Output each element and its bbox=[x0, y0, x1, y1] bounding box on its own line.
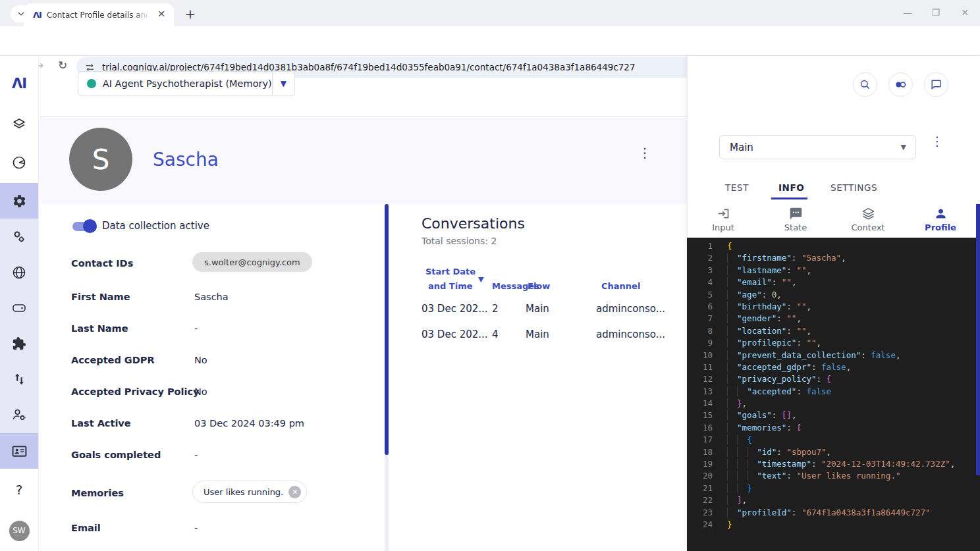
sidebar-item-help[interactable]: ? bbox=[0, 472, 38, 508]
editor-line: 13 "accepted": false bbox=[687, 386, 980, 398]
memory-chip[interactable]: User likes running. ✕ bbox=[192, 481, 307, 503]
tab-close-icon[interactable]: ✕ bbox=[155, 9, 167, 21]
flow-selector[interactable]: Main ▼ bbox=[719, 135, 916, 159]
input-icon bbox=[697, 206, 749, 221]
editor-line: 20 "text": "User likes running." bbox=[687, 470, 980, 482]
conversations-title: Conversations bbox=[422, 215, 525, 232]
tab-test[interactable]: TEST bbox=[725, 182, 749, 193]
tag-icon bbox=[11, 300, 27, 316]
sidebar-item-transfer[interactable] bbox=[0, 361, 38, 397]
editor-line: 14 }, bbox=[687, 398, 980, 409]
toggle-circles-icon bbox=[894, 78, 908, 92]
contact-card-icon bbox=[11, 443, 28, 459]
editor-line: 12 "privacy_policy": { bbox=[687, 373, 980, 385]
sidebar-logo[interactable]: ΛI bbox=[0, 66, 38, 101]
editor-line: 18 "id": "sbpou7", bbox=[687, 446, 980, 458]
editor-line: 10 "prevent_data_collection": false, bbox=[687, 350, 980, 361]
data-collection-toggle[interactable] bbox=[72, 220, 97, 232]
window-restore-button[interactable]: ❐ bbox=[929, 7, 942, 18]
globe-icon bbox=[11, 265, 27, 280]
agent-selector-label: AI Agent Psychotherapist (Memory) bbox=[103, 78, 272, 89]
sidebar-item-extensions[interactable] bbox=[0, 326, 38, 361]
editor-line: 19 "timestamp": "2024-12-03T14:49:42.732… bbox=[687, 458, 980, 470]
sidebar-item-tags[interactable] bbox=[0, 290, 38, 326]
context-layers-icon bbox=[842, 206, 894, 221]
editor-line: 21 } bbox=[687, 483, 980, 494]
conversations-panel: Conversations Total sessions: 2 Start Da… bbox=[389, 204, 687, 551]
tab-info[interactable]: INFO bbox=[778, 182, 804, 193]
editor-line: 24} bbox=[687, 519, 980, 531]
sidebar-item-resources[interactable] bbox=[0, 219, 38, 255]
editor-line: 16 "memories": [ bbox=[687, 422, 980, 434]
contact-details-panel: Data collection active Contact IDs s.wol… bbox=[40, 204, 385, 551]
panel-menu-icon[interactable]: ⋮ bbox=[931, 138, 944, 144]
contact-name: Sascha bbox=[153, 149, 219, 171]
editor-line: 1{ bbox=[687, 240, 980, 252]
user-gear-icon bbox=[11, 407, 27, 423]
editor-line: 9 "profilepic": "", bbox=[687, 337, 980, 349]
profile-json-editor[interactable]: 1{2 "firstname": "Sascha",3 "lastname": … bbox=[687, 238, 980, 551]
search-icon bbox=[859, 78, 871, 91]
gauge-icon bbox=[11, 155, 27, 171]
column-flow[interactable]: Flow bbox=[528, 281, 550, 291]
gear-icon bbox=[12, 194, 27, 209]
new-tab-button[interactable]: + bbox=[182, 6, 199, 23]
contact-menu-icon[interactable]: ⋮ bbox=[638, 149, 652, 157]
sidebar-item-insights[interactable] bbox=[0, 145, 38, 180]
editor-line: 22 ], bbox=[687, 494, 980, 506]
window-close-button[interactable]: ✕ bbox=[958, 7, 971, 18]
state-icon bbox=[769, 206, 822, 221]
app-window: ΛI Contact Profile details and Con ✕ + —… bbox=[0, 0, 980, 551]
contact-id-chip[interactable]: s.wolter@cognigy.com bbox=[192, 252, 312, 272]
editor-line: 7 "gender": "", bbox=[687, 313, 980, 325]
editor-line: 6 "birthday": "", bbox=[687, 301, 980, 313]
search-button[interactable] bbox=[853, 72, 877, 97]
tab-settings[interactable]: SETTINGS bbox=[830, 182, 877, 193]
sidebar-item-agents[interactable] bbox=[0, 106, 38, 142]
column-start-date-line1[interactable]: Start Date bbox=[425, 267, 476, 276]
browser-toolbar: ← → ↻ trial.cognigy.ai/project/674f19bed… bbox=[0, 26, 980, 56]
tab-title: Contact Profile details and Con bbox=[47, 11, 150, 20]
app-sidebar: ΛI ? SW bbox=[0, 56, 39, 551]
column-channel[interactable]: Channel bbox=[601, 281, 640, 291]
puzzle-icon bbox=[12, 336, 26, 351]
editor-line: 11 "accepted_gdpr": false, bbox=[687, 361, 980, 373]
window-minimize-button[interactable]: — bbox=[901, 7, 914, 18]
double-gear-icon bbox=[11, 229, 27, 245]
cognigy-favicon-icon: ΛI bbox=[33, 10, 41, 20]
editor-line: 2 "firstname": "Sascha", bbox=[687, 252, 980, 264]
reload-button[interactable]: ↻ bbox=[54, 59, 71, 72]
editor-line: 15 "goals": [], bbox=[687, 409, 980, 421]
subtab-state[interactable]: State bbox=[769, 206, 822, 232]
editor-line: 5 "age": 0, bbox=[687, 289, 980, 301]
sidebar-item-contacts[interactable] bbox=[0, 433, 38, 469]
chat-button[interactable] bbox=[924, 72, 948, 97]
flow-selector-caret-icon: ▼ bbox=[901, 143, 906, 151]
panel-scrollbar-thumb[interactable] bbox=[976, 204, 980, 475]
conversations-subtitle: Total sessions: 2 bbox=[422, 236, 497, 246]
memory-chip-remove-icon[interactable]: ✕ bbox=[288, 486, 301, 498]
sidebar-item-user-management[interactable] bbox=[0, 397, 38, 433]
agent-selector-caret-icon[interactable]: ▼ bbox=[273, 79, 294, 88]
profile-person-icon bbox=[914, 206, 967, 221]
column-start-date-line2[interactable]: and Time bbox=[428, 281, 473, 291]
agent-selector[interactable]: AI Agent Psychotherapist (Memory) ▼ bbox=[78, 71, 295, 96]
subtab-input[interactable]: Input bbox=[697, 206, 749, 232]
agent-status-dot bbox=[87, 79, 96, 88]
sidebar-item-deploy[interactable] bbox=[0, 255, 38, 290]
editor-line: 3 "lastname": "", bbox=[687, 265, 980, 276]
sort-descending-icon[interactable]: ▼ bbox=[478, 275, 483, 284]
flow-selector-label: Main bbox=[730, 142, 901, 153]
sidebar-user-avatar[interactable]: SW bbox=[0, 513, 38, 548]
toggle-view-button[interactable] bbox=[888, 72, 913, 97]
editor-line: 8 "location": "", bbox=[687, 325, 980, 337]
browser-tab[interactable]: ΛI Contact Profile details and Con ✕ bbox=[24, 3, 174, 26]
editor-line: 17 { bbox=[687, 434, 980, 446]
subtab-context[interactable]: Context bbox=[842, 206, 894, 232]
json-editor-lines: 1{2 "firstname": "Sascha",3 "lastname": … bbox=[687, 240, 980, 531]
toggle-knob bbox=[83, 219, 97, 233]
subtab-profile[interactable]: Profile bbox=[914, 206, 967, 232]
contact-avatar: S bbox=[69, 128, 132, 191]
sidebar-item-settings[interactable] bbox=[0, 183, 38, 219]
contact-header bbox=[40, 117, 687, 204]
